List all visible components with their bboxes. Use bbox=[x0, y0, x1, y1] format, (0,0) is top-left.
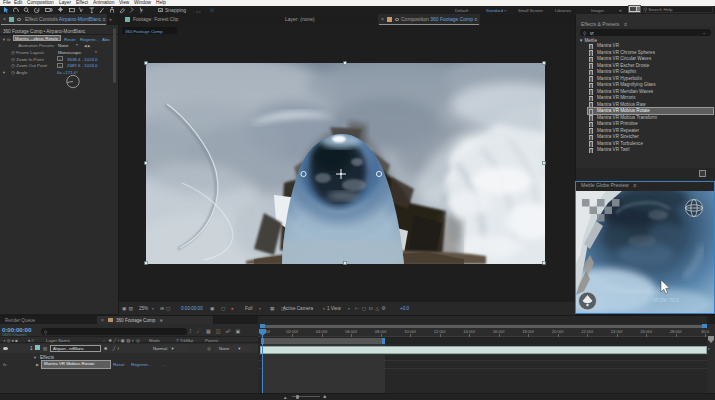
svg-text:VFOV: 70.0: VFOV: 70.0 bbox=[653, 297, 679, 303]
